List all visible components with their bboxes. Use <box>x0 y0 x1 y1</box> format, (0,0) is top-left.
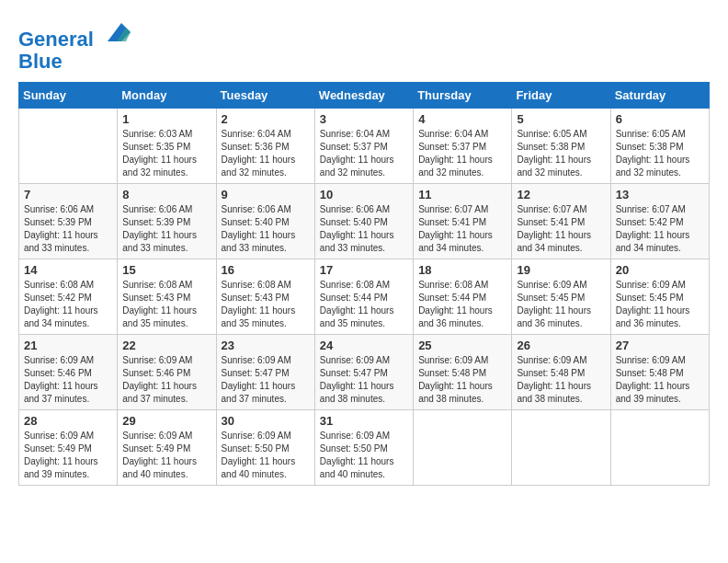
day-number: 27 <box>616 339 704 352</box>
calendar-cell: 5Sunrise: 6:05 AM Sunset: 5:38 PM Daylig… <box>512 109 610 184</box>
calendar-week-row: 21Sunrise: 6:09 AM Sunset: 5:46 PM Dayli… <box>19 335 710 410</box>
day-number: 24 <box>320 339 408 352</box>
day-of-week-header: Monday <box>118 83 216 109</box>
calendar-header: SundayMondayTuesdayWednesdayThursdayFrid… <box>19 83 710 109</box>
day-info: Sunrise: 6:09 AM Sunset: 5:48 PM Dayligh… <box>418 354 506 406</box>
calendar-cell: 6Sunrise: 6:05 AM Sunset: 5:38 PM Daylig… <box>610 109 709 184</box>
day-info: Sunrise: 6:07 AM Sunset: 5:41 PM Dayligh… <box>418 203 506 255</box>
calendar-cell: 28Sunrise: 6:09 AM Sunset: 5:49 PM Dayli… <box>19 410 118 486</box>
calendar-cell: 16Sunrise: 6:08 AM Sunset: 5:43 PM Dayli… <box>216 259 314 335</box>
calendar-cell: 11Sunrise: 6:07 AM Sunset: 5:41 PM Dayli… <box>414 184 512 259</box>
day-number: 31 <box>320 414 408 428</box>
page-header: General Blue <box>18 18 710 73</box>
calendar-cell: 29Sunrise: 6:09 AM Sunset: 5:49 PM Dayli… <box>118 410 216 486</box>
calendar-cell: 30Sunrise: 6:09 AM Sunset: 5:50 PM Dayli… <box>216 410 314 486</box>
calendar-week-row: 1Sunrise: 6:03 AM Sunset: 5:35 PM Daylig… <box>19 109 710 184</box>
day-info: Sunrise: 6:08 AM Sunset: 5:43 PM Dayligh… <box>222 279 310 330</box>
day-info: Sunrise: 6:09 AM Sunset: 5:50 PM Dayligh… <box>320 430 408 481</box>
day-of-week-header: Tuesday <box>216 83 314 109</box>
day-number: 6 <box>616 112 704 126</box>
day-number: 1 <box>122 112 210 126</box>
day-info: Sunrise: 6:09 AM Sunset: 5:46 PM Dayligh… <box>24 354 112 406</box>
day-number: 4 <box>418 112 506 126</box>
day-info: Sunrise: 6:09 AM Sunset: 5:50 PM Dayligh… <box>222 430 310 481</box>
calendar-cell: 27Sunrise: 6:09 AM Sunset: 5:48 PM Dayli… <box>610 335 709 410</box>
day-info: Sunrise: 6:08 AM Sunset: 5:44 PM Dayligh… <box>320 279 408 330</box>
day-info: Sunrise: 6:06 AM Sunset: 5:39 PM Dayligh… <box>122 203 210 255</box>
day-number: 8 <box>122 188 210 201</box>
calendar-cell: 22Sunrise: 6:09 AM Sunset: 5:46 PM Dayli… <box>118 335 216 410</box>
day-info: Sunrise: 6:09 AM Sunset: 5:47 PM Dayligh… <box>320 354 408 406</box>
day-info: Sunrise: 6:09 AM Sunset: 5:46 PM Dayligh… <box>122 354 210 406</box>
day-number: 15 <box>122 263 210 277</box>
day-number: 18 <box>418 263 506 277</box>
day-number: 5 <box>517 112 605 126</box>
calendar-cell: 19Sunrise: 6:09 AM Sunset: 5:45 PM Dayli… <box>512 259 610 335</box>
day-info: Sunrise: 6:09 AM Sunset: 5:45 PM Dayligh… <box>616 279 704 330</box>
calendar-cell: 15Sunrise: 6:08 AM Sunset: 5:43 PM Dayli… <box>118 259 216 335</box>
calendar-week-row: 7Sunrise: 6:06 AM Sunset: 5:39 PM Daylig… <box>19 184 710 259</box>
day-info: Sunrise: 6:06 AM Sunset: 5:40 PM Dayligh… <box>320 203 408 255</box>
day-number: 17 <box>320 263 408 277</box>
day-number: 25 <box>418 339 506 352</box>
calendar-cell: 14Sunrise: 6:08 AM Sunset: 5:42 PM Dayli… <box>19 259 118 335</box>
calendar-cell: 3Sunrise: 6:04 AM Sunset: 5:37 PM Daylig… <box>314 109 413 184</box>
calendar-cell <box>414 410 512 486</box>
day-number: 13 <box>616 188 704 201</box>
day-of-week-header: Saturday <box>610 83 709 109</box>
day-number: 9 <box>222 188 310 201</box>
calendar-cell <box>512 410 610 486</box>
day-info: Sunrise: 6:09 AM Sunset: 5:49 PM Dayligh… <box>122 430 210 481</box>
day-number: 30 <box>222 414 310 428</box>
day-info: Sunrise: 6:08 AM Sunset: 5:42 PM Dayligh… <box>24 279 112 330</box>
day-number: 11 <box>418 188 506 201</box>
day-of-week-header: Sunday <box>19 83 118 109</box>
day-number: 10 <box>320 188 408 201</box>
day-info: Sunrise: 6:06 AM Sunset: 5:40 PM Dayligh… <box>222 203 310 255</box>
calendar-cell: 2Sunrise: 6:04 AM Sunset: 5:36 PM Daylig… <box>216 109 314 184</box>
day-info: Sunrise: 6:05 AM Sunset: 5:38 PM Dayligh… <box>616 128 704 179</box>
day-info: Sunrise: 6:09 AM Sunset: 5:49 PM Dayligh… <box>24 430 112 481</box>
calendar-cell: 7Sunrise: 6:06 AM Sunset: 5:39 PM Daylig… <box>19 184 118 259</box>
calendar-week-row: 14Sunrise: 6:08 AM Sunset: 5:42 PM Dayli… <box>19 259 710 335</box>
logo: General Blue <box>18 18 131 73</box>
day-number: 29 <box>122 414 210 428</box>
day-number: 23 <box>222 339 310 352</box>
calendar-cell: 18Sunrise: 6:08 AM Sunset: 5:44 PM Dayli… <box>414 259 512 335</box>
calendar-cell: 23Sunrise: 6:09 AM Sunset: 5:47 PM Dayli… <box>216 335 314 410</box>
calendar-cell: 13Sunrise: 6:07 AM Sunset: 5:42 PM Dayli… <box>610 184 709 259</box>
calendar-cell: 10Sunrise: 6:06 AM Sunset: 5:40 PM Dayli… <box>314 184 413 259</box>
day-info: Sunrise: 6:09 AM Sunset: 5:45 PM Dayligh… <box>517 279 605 330</box>
day-info: Sunrise: 6:07 AM Sunset: 5:41 PM Dayligh… <box>517 203 605 255</box>
day-number: 20 <box>616 263 704 277</box>
day-of-week-header: Thursday <box>414 83 512 109</box>
logo-icon <box>103 18 131 46</box>
calendar-cell <box>19 109 118 184</box>
day-of-week-header: Friday <box>512 83 610 109</box>
day-number: 7 <box>24 188 112 201</box>
day-number: 26 <box>517 339 605 352</box>
day-info: Sunrise: 6:04 AM Sunset: 5:36 PM Dayligh… <box>222 128 310 179</box>
day-info: Sunrise: 6:07 AM Sunset: 5:42 PM Dayligh… <box>616 203 704 255</box>
days-of-week-row: SundayMondayTuesdayWednesdayThursdayFrid… <box>19 83 710 109</box>
day-number: 14 <box>24 263 112 277</box>
day-info: Sunrise: 6:09 AM Sunset: 5:47 PM Dayligh… <box>222 354 310 406</box>
day-number: 16 <box>222 263 310 277</box>
calendar-cell: 12Sunrise: 6:07 AM Sunset: 5:41 PM Dayli… <box>512 184 610 259</box>
calendar-cell: 26Sunrise: 6:09 AM Sunset: 5:48 PM Dayli… <box>512 335 610 410</box>
calendar-cell: 1Sunrise: 6:03 AM Sunset: 5:35 PM Daylig… <box>118 109 216 184</box>
day-info: Sunrise: 6:09 AM Sunset: 5:48 PM Dayligh… <box>616 354 704 406</box>
day-info: Sunrise: 6:08 AM Sunset: 5:43 PM Dayligh… <box>122 279 210 330</box>
day-info: Sunrise: 6:03 AM Sunset: 5:35 PM Dayligh… <box>122 128 210 179</box>
day-info: Sunrise: 6:06 AM Sunset: 5:39 PM Dayligh… <box>24 203 112 255</box>
day-number: 3 <box>320 112 408 126</box>
calendar-week-row: 28Sunrise: 6:09 AM Sunset: 5:49 PM Dayli… <box>19 410 710 486</box>
calendar-body: 1Sunrise: 6:03 AM Sunset: 5:35 PM Daylig… <box>19 109 710 486</box>
day-number: 12 <box>517 188 605 201</box>
day-info: Sunrise: 6:04 AM Sunset: 5:37 PM Dayligh… <box>418 128 506 179</box>
calendar-cell: 25Sunrise: 6:09 AM Sunset: 5:48 PM Dayli… <box>414 335 512 410</box>
day-number: 21 <box>24 339 112 352</box>
day-info: Sunrise: 6:09 AM Sunset: 5:48 PM Dayligh… <box>517 354 605 406</box>
day-info: Sunrise: 6:08 AM Sunset: 5:44 PM Dayligh… <box>418 279 506 330</box>
calendar-cell: 31Sunrise: 6:09 AM Sunset: 5:50 PM Dayli… <box>314 410 413 486</box>
